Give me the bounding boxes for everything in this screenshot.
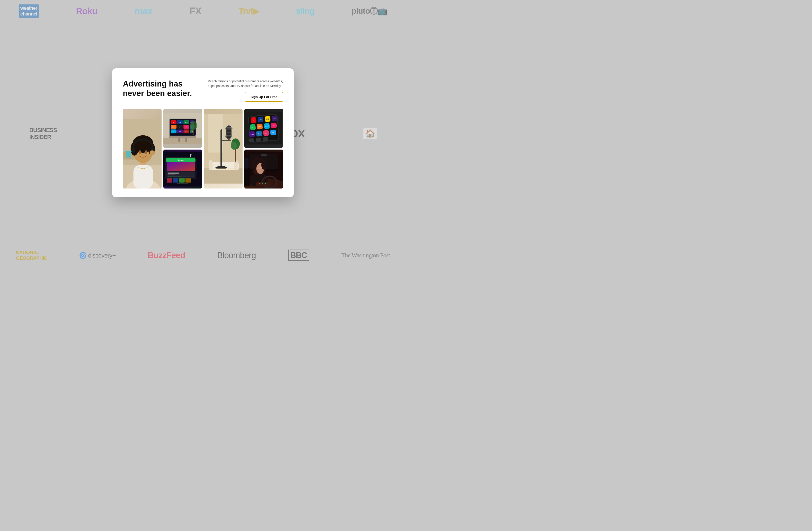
modal-header: Advertising has never been easier. Reach… xyxy=(123,79,283,102)
svg-rect-126 xyxy=(256,137,261,142)
svg-text:PCCK: PCCK xyxy=(172,131,175,132)
roku-logo: Roku xyxy=(76,6,97,16)
svg-rect-16 xyxy=(126,151,131,157)
max-logo: max xyxy=(134,6,152,16)
svg-text:D+: D+ xyxy=(259,119,262,121)
svg-rect-87 xyxy=(227,126,231,138)
pluto-logo: plutoⓉ📺 xyxy=(351,6,387,17)
svg-text:D+: D+ xyxy=(179,121,181,123)
svg-text:FBN: FBN xyxy=(191,131,193,132)
svg-rect-142 xyxy=(256,182,272,186)
svg-rect-97 xyxy=(216,168,235,168)
svg-point-144 xyxy=(262,183,263,184)
svg-rect-78 xyxy=(209,160,213,170)
svg-rect-11 xyxy=(131,148,135,153)
modal: Advertising has never been easier. Reach… xyxy=(112,68,294,197)
svg-rect-64 xyxy=(168,172,179,174)
svg-rect-139 xyxy=(244,158,248,168)
svg-rect-125 xyxy=(248,138,254,142)
svg-text:HBO: HBO xyxy=(273,117,276,119)
svg-rect-17 xyxy=(125,151,131,152)
svg-text:DISC: DISC xyxy=(172,126,175,128)
phone-apps-image: N D+ SNG HBO SPT DSC PCST YT xyxy=(244,109,283,148)
modal-right-section: Reach millions of potential customers ac… xyxy=(208,79,283,102)
svg-rect-147 xyxy=(249,153,278,169)
svg-rect-84 xyxy=(220,129,222,168)
svg-rect-127 xyxy=(262,137,268,141)
svg-point-15 xyxy=(145,150,147,154)
svg-text:FB: FB xyxy=(258,133,260,134)
svg-rect-62 xyxy=(167,162,195,171)
modal-title: Advertising has never been easier. xyxy=(123,79,198,98)
svg-point-82 xyxy=(231,142,237,150)
svg-rect-21 xyxy=(163,138,202,144)
svg-point-51 xyxy=(190,123,195,130)
podcast-image xyxy=(204,109,243,189)
bbc-logo: BBC xyxy=(288,250,309,261)
weather-channel-logo: weatherchannel xyxy=(18,4,39,18)
svg-text:SHO: SHO xyxy=(179,131,181,132)
svg-point-145 xyxy=(265,183,266,184)
svg-point-13 xyxy=(150,150,155,155)
discovery-plus-logo: 🌀 discovery+ xyxy=(79,252,116,259)
svg-text:DSC: DSC xyxy=(258,126,262,128)
svg-text:PLTO: PLTO xyxy=(178,126,182,128)
buzzfeed-logo: BuzzFeed xyxy=(148,251,185,260)
media-image-grid: N D+ SLG HBO DISC PLTO HUL xyxy=(123,109,283,189)
svg-rect-52 xyxy=(178,138,180,142)
svg-text:HUL: HUL xyxy=(185,126,187,128)
svg-point-143 xyxy=(259,183,260,184)
svg-text:SHO: SHO xyxy=(250,133,253,135)
svg-rect-138 xyxy=(244,167,250,186)
headphones-image xyxy=(123,109,162,189)
svg-text:SLG: SLG xyxy=(185,121,187,123)
music-app-image: Browse xyxy=(163,150,202,189)
svg-text:N: N xyxy=(173,121,174,123)
car-listening-image xyxy=(244,150,283,189)
svg-text:SNG: SNG xyxy=(266,118,270,120)
tv-image: N D+ SLG HBO DISC PLTO HUL xyxy=(163,109,202,148)
svg-rect-76 xyxy=(204,168,243,183)
svg-text:STR: STR xyxy=(185,131,187,132)
svg-rect-65 xyxy=(168,174,175,175)
svg-text:IG: IG xyxy=(265,132,267,134)
svg-point-14 xyxy=(139,150,141,154)
svg-text:YT: YT xyxy=(273,125,275,127)
svg-point-85 xyxy=(216,166,227,169)
modal-description: Reach millions of potential customers ac… xyxy=(208,79,283,88)
hgtv-logo: 🏠 xyxy=(363,128,377,139)
signup-button[interactable]: Sign Up For Free xyxy=(245,92,283,102)
bloomberg-logo: Bloomberg xyxy=(217,251,256,260)
svg-rect-72 xyxy=(177,183,189,184)
business-insider-logo: BUSINESSINSIDER xyxy=(29,127,57,141)
trvl-logo: Trvl▶ xyxy=(238,6,259,16)
fx-logo: FX xyxy=(189,5,201,17)
sling-logo: sling xyxy=(296,6,315,16)
svg-text:N: N xyxy=(253,119,254,121)
national-geographic-logo: NATIONALGEOGRAPHIC xyxy=(16,250,47,261)
bg-row-1: weatherchannel Roku max FX Trvl▶ sling p… xyxy=(0,0,406,22)
svg-text:TW: TW xyxy=(272,132,275,133)
bg-row-3: NATIONALGEOGRAPHIC 🌀 discovery+ BuzzFeed… xyxy=(0,245,406,266)
svg-text:Browse: Browse xyxy=(178,159,184,161)
washington-post-logo: The Washington Post xyxy=(341,252,390,259)
svg-text:SPT: SPT xyxy=(251,126,255,128)
svg-rect-94 xyxy=(228,138,230,141)
svg-rect-53 xyxy=(186,138,187,142)
svg-rect-67 xyxy=(168,176,181,176)
